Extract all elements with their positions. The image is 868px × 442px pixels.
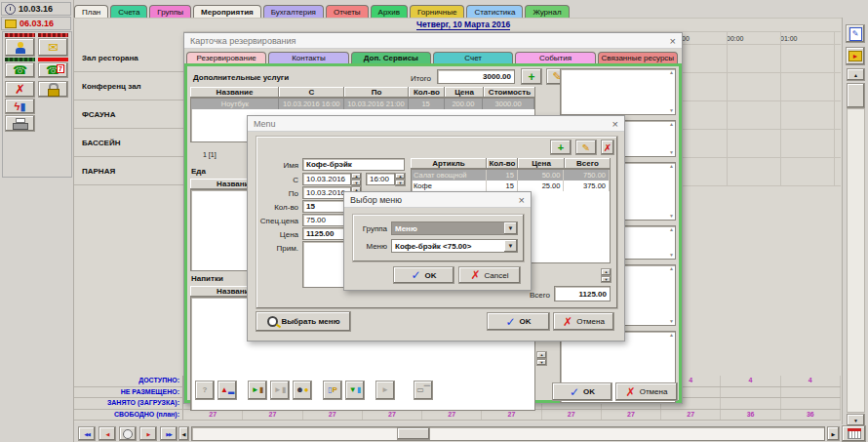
fast-back-button[interactable]: ◀◀ — [78, 426, 96, 441]
menu-item-row[interactable]: Салат овощной1550.00750.00 — [412, 170, 610, 181]
h-scrollbar-track[interactable] — [191, 426, 825, 441]
v-scroll-up-button[interactable]: ▲ — [847, 68, 865, 81]
user-button[interactable] — [5, 38, 35, 57]
confirm-button[interactable]: ► — [375, 381, 395, 400]
services-table-row[interactable]: Ноутбук10.03.2016 16:0010.03.2016 21:001… — [191, 99, 534, 109]
delete-button[interactable]: ✗ — [5, 81, 35, 98]
reservation-cancel-button[interactable]: ✗ Отмена — [615, 382, 678, 401]
add-service-button[interactable]: + — [521, 68, 542, 85]
from-date-spinner[interactable]: ▲▼ — [351, 173, 362, 185]
unassign-button[interactable]: ▲▂ — [217, 381, 237, 400]
main-tab-archive[interactable]: Архив — [371, 5, 408, 18]
menu-select-ok-button[interactable]: ✓ OK — [393, 266, 454, 284]
nav-step-button[interactable]: ◀ — [178, 426, 189, 441]
main-tab-groups[interactable]: Группы — [149, 5, 191, 18]
main-tab-plan[interactable]: План — [74, 5, 108, 18]
print-button[interactable]: ▭▔ — [414, 381, 433, 400]
reservation-dialog-titlebar[interactable]: Карточка резервирования × — [184, 33, 682, 49]
reservation-ok-button[interactable]: ✓ OK — [552, 382, 612, 401]
chevron-down-icon[interactable]: ▼ — [669, 319, 674, 324]
resource-row[interactable]: ФСАУНА — [74, 100, 183, 129]
chevron-down-icon[interactable]: ▼ — [504, 240, 517, 252]
mail-button[interactable]: ✉ — [38, 38, 68, 57]
hour-label: 00 — [682, 35, 690, 42]
note-edit-button[interactable]: ✎ — [846, 24, 865, 43]
lock-button[interactable] — [38, 81, 68, 98]
from-time-field[interactable]: 16:00 — [366, 173, 395, 185]
checkin-button[interactable]: ►▮ — [248, 381, 267, 400]
reservation-tab-services[interactable]: Доп. Сервисы — [351, 52, 431, 63]
reservation-tab-log[interactable]: События — [515, 52, 595, 63]
main-tab-statistics[interactable]: Статистика — [466, 5, 523, 18]
menu-cancel-button[interactable]: ✗ Отмена — [553, 312, 614, 331]
main-tab-accounts[interactable]: Счета — [110, 5, 147, 18]
menu-select-cancel-button[interactable]: ✗ Cancel — [458, 266, 521, 284]
name-field[interactable]: Кофе-брэйк — [302, 158, 405, 171]
close-icon[interactable]: × — [519, 195, 525, 205]
invoice-ruble-button[interactable]: ▯Р — [323, 381, 342, 400]
menu-combobox[interactable]: Кофе-брэйк <75.00> ▼ — [391, 239, 518, 253]
flash-user-button[interactable]: ϟ▮ — [5, 99, 35, 114]
goto-button[interactable]: ► — [846, 47, 865, 65]
v-scrollbar-thumb[interactable] — [847, 83, 865, 108]
forward-button[interactable]: ▶ — [139, 426, 157, 441]
chevron-up-icon[interactable]: ▲ — [669, 122, 674, 127]
main-tab-reports[interactable]: Отчеты — [326, 5, 369, 18]
main-tab-journal[interactable]: Журнал — [525, 5, 569, 18]
chevron-down-icon[interactable]: ▼ — [669, 108, 674, 113]
resource-row[interactable]: БАССЕЙН — [74, 129, 183, 157]
menu-ok-button[interactable]: ✓ OK — [487, 312, 550, 331]
cross-icon: ✗ — [471, 268, 481, 282]
resource-row[interactable]: ПАРНАЯ — [74, 157, 183, 185]
close-icon[interactable]: × — [670, 36, 676, 46]
chevron-down-icon[interactable]: ▼ — [504, 222, 517, 234]
reservation-tab-reservation[interactable]: Резервирование — [186, 52, 266, 63]
h-scrollbar-thumb[interactable] — [397, 427, 430, 440]
main-tab-events[interactable]: Мероприятия — [193, 5, 261, 18]
menu-item-row[interactable]: Кофе1525.00375.00 — [412, 181, 610, 191]
main-tab-housekeeping[interactable]: Горничные — [410, 5, 464, 18]
v-scrollbar-track[interactable] — [847, 108, 865, 413]
transfer-button[interactable]: ▼▮ — [345, 381, 365, 400]
group-combobox[interactable]: Меню ▼ — [391, 221, 518, 235]
drinks-list-spinner[interactable]: ▲▼ — [536, 351, 547, 366]
chevron-down-icon[interactable]: ▼ — [669, 253, 674, 258]
checkout-button[interactable]: ►▮ — [270, 381, 290, 400]
chevron-up-icon[interactable]: ▲ — [669, 70, 674, 75]
calendar-button[interactable] — [842, 425, 866, 442]
reservation-tab-invoice[interactable]: Счет — [433, 52, 513, 63]
chevron-up-icon[interactable]: ▲ — [669, 333, 674, 338]
chevron-up-icon[interactable]: ▲ — [669, 227, 674, 232]
resource-row[interactable]: Конференц зал — [74, 72, 183, 100]
menu-add-button[interactable]: + — [550, 140, 572, 155]
chevron-up-icon[interactable]: ▲ — [669, 164, 674, 169]
from-date-field[interactable]: 10.03.2016 — [302, 173, 351, 185]
print-left-button[interactable] — [5, 115, 35, 132]
select-menu-button[interactable]: Выбрать меню — [256, 311, 351, 332]
guest-payment-button[interactable]: ☻● — [293, 381, 312, 400]
menu-select-titlebar[interactable]: Выбор меню × — [344, 192, 531, 208]
back-button[interactable]: ◀ — [99, 426, 116, 441]
reservation-tab-linked[interactable]: Связанные ресурсы — [598, 52, 678, 63]
current-date: 10.03.16 — [1, 2, 71, 16]
menu-items-spinner[interactable]: ▲▼ — [601, 268, 612, 283]
fast-forward-button[interactable]: ▶▶ — [160, 426, 178, 441]
phone-button[interactable]: ☎ — [5, 62, 35, 78]
menu-edit-button[interactable]: ✎ — [575, 140, 597, 155]
main-tab-accounting[interactable]: Бухгалтерия — [263, 5, 324, 18]
h-scroll-right-button[interactable]: ▶ — [827, 426, 840, 441]
status-row: СВОБОДНО (план):2727272727272727273636 — [74, 410, 841, 422]
chevron-down-icon[interactable]: ▼ — [669, 150, 674, 155]
phone-7-button[interactable]: ☎7 — [38, 62, 68, 78]
resource-row[interactable]: Зал ресторана — [74, 44, 183, 72]
from-time-spinner[interactable]: ▲▼ — [395, 173, 406, 185]
chevron-up-icon[interactable]: ▲ — [669, 266, 674, 271]
v-scroll-down-button[interactable]: ▼ — [847, 414, 865, 426]
clock-button[interactable] — [119, 426, 137, 441]
menu-delete-button[interactable]: ✗ — [601, 140, 614, 155]
menu-dialog-titlebar[interactable]: Menu × — [248, 116, 624, 132]
reservation-tab-contacts[interactable]: Контакты — [268, 52, 348, 63]
close-icon[interactable]: × — [612, 119, 618, 129]
chevron-down-icon[interactable]: ▼ — [669, 214, 674, 219]
help-button[interactable]: ? — [195, 381, 215, 400]
